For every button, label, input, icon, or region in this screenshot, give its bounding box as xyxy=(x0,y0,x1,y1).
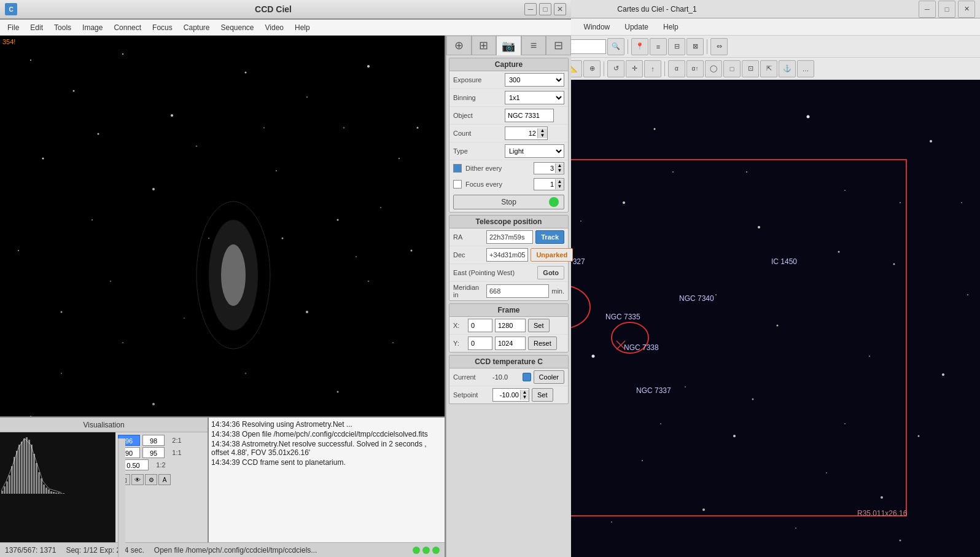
cp-focus-label: Focus every xyxy=(465,181,530,188)
svg-point-103 xyxy=(417,127,419,129)
svg-text:NGC 7338: NGC 7338 xyxy=(624,343,659,352)
cp-frame-set-btn[interactable]: Set xyxy=(528,319,550,332)
sm-tb2-square[interactable]: □ xyxy=(723,60,741,77)
cp-cooler-btn[interactable]: Cooler xyxy=(534,370,564,384)
sm-menu-help[interactable]: Help xyxy=(659,21,682,33)
cp-frame-reset-btn[interactable]: Reset xyxy=(528,337,557,350)
log-scrollbar[interactable] xyxy=(118,438,125,557)
sm-tb2-crosshair[interactable]: ⊕ xyxy=(583,60,601,77)
sm-menu-update[interactable]: Update xyxy=(621,21,652,33)
cp-dither-checkbox[interactable] xyxy=(453,164,462,173)
cp-focus-down[interactable]: ▼ xyxy=(556,184,564,189)
cp-dither-value: 3 xyxy=(534,165,555,172)
sm-tb2-circle2[interactable]: ◯ xyxy=(705,60,722,77)
cp-temp-down[interactable]: ▼ xyxy=(521,395,529,400)
ccd-menu-capture[interactable]: Capture xyxy=(179,22,215,33)
cp-dither-down[interactable]: ▼ xyxy=(556,168,564,173)
sm-tb2-scale[interactable]: ⇱ xyxy=(760,60,777,77)
cp-tab-list[interactable]: ≡ xyxy=(521,36,546,55)
svg-point-30 xyxy=(580,220,581,222)
svg-point-70 xyxy=(30,60,31,61)
cp-type-select[interactable]: Light xyxy=(505,144,564,158)
cp-count-down[interactable]: ▼ xyxy=(538,133,547,138)
sm-tb2-anchor[interactable]: ⚓ xyxy=(779,60,796,77)
vis-ctrl-eye[interactable]: 👁 xyxy=(131,474,144,485)
ccd-menu-sequence[interactable]: Sequence xyxy=(216,22,259,33)
cp-count-spin-btns: ▲ ▼ xyxy=(537,128,547,138)
sm-tb2-alpha[interactable]: α xyxy=(668,60,685,77)
sm-tb-table[interactable]: ⊟ xyxy=(668,38,685,55)
cp-frame-section: Frame X: 0 1280 Set Y: 0 1024 Reset xyxy=(449,303,569,353)
ccd-minimize-btn[interactable]: ─ xyxy=(524,3,537,15)
ccd-menu-tools[interactable]: Tools xyxy=(49,22,76,33)
sm-tb-pin[interactable]: 📍 xyxy=(631,38,648,55)
sm-tb2-more[interactable]: … xyxy=(797,60,814,77)
svg-point-24 xyxy=(826,472,827,473)
svg-point-37 xyxy=(660,423,661,424)
cp-object-input[interactable] xyxy=(505,109,554,122)
ccd-menu-image[interactable]: Image xyxy=(77,22,107,33)
vis-ratio2: 1:1 xyxy=(167,449,187,456)
cp-unparked-btn[interactable]: Unparked xyxy=(531,248,573,262)
ccd-menu-video[interactable]: Video xyxy=(260,22,289,33)
cp-focus-spinner[interactable]: 1 ▲ ▼ xyxy=(534,178,564,190)
ccd-menu-help[interactable]: Help xyxy=(290,22,315,33)
cp-temp-setpoint-spinner[interactable]: -10.00 ▲ ▼ xyxy=(492,388,529,402)
cp-stop-btn[interactable]: Stop xyxy=(453,195,564,209)
cp-frame-y-end: 1024 xyxy=(495,337,526,350)
cp-count-spinner[interactable]: 12 ▲ ▼ xyxy=(505,127,548,140)
status-sequence: Seq: 1/12 Exp: 264 sec. xyxy=(66,546,144,555)
svg-point-74 xyxy=(245,72,247,74)
cp-binning-select[interactable]: 1x1 xyxy=(505,91,564,104)
star-map-maximize[interactable]: □ xyxy=(938,1,955,18)
vis-ratio1: 2:1 xyxy=(167,437,187,444)
sm-tb2-crosshair2[interactable]: ✛ xyxy=(626,60,643,77)
sm-tb2-refresh[interactable]: ↺ xyxy=(607,60,624,77)
sm-tb2-alpha2[interactable]: α↑ xyxy=(686,60,704,77)
svg-point-92 xyxy=(245,373,246,374)
svg-rect-123 xyxy=(36,463,37,494)
svg-point-73 xyxy=(171,114,173,117)
cp-temp-set-btn[interactable]: Set xyxy=(532,388,553,402)
ccd-menu-file[interactable]: File xyxy=(2,22,24,33)
ccd-menu-edit[interactable]: Edit xyxy=(25,22,48,33)
star-map-close[interactable]: ✕ xyxy=(958,1,975,18)
cp-goto-btn[interactable]: Goto xyxy=(537,266,564,279)
svg-point-90 xyxy=(61,373,62,374)
sm-tb-table2[interactable]: ⊠ xyxy=(686,38,704,55)
cp-focus-checkbox[interactable] xyxy=(453,180,462,189)
svg-rect-121 xyxy=(31,445,33,494)
cp-tab-crosshair[interactable]: ⊕ xyxy=(446,36,472,55)
cp-dither-spinner[interactable]: 3 ▲ ▼ xyxy=(534,162,564,174)
sm-menu-window[interactable]: Window xyxy=(580,21,614,33)
cp-tab-camera[interactable]: 📷 xyxy=(496,36,521,55)
sm-tb-search[interactable]: 🔍 xyxy=(607,38,624,55)
svg-point-79 xyxy=(91,219,93,220)
sm-tb2-up[interactable]: ↑ xyxy=(644,60,661,77)
sm-tb-list[interactable]: ≡ xyxy=(650,38,667,55)
cp-count-label: Count xyxy=(453,130,502,137)
ccd-close-btn[interactable]: ✕ xyxy=(554,3,566,15)
ccd-icon: C xyxy=(5,3,17,15)
star-map-minimize[interactable]: ─ xyxy=(919,1,936,18)
cp-exposure-select[interactable]: 300 xyxy=(505,73,564,87)
cp-tab-grid[interactable]: ⊞ xyxy=(472,36,497,55)
ccd-menu-connect[interactable]: Connect xyxy=(109,22,146,33)
status-file: Open file /home/pch/.config/ccdciel/tmp/… xyxy=(154,546,317,555)
cp-stop-indicator xyxy=(549,197,559,207)
ccd-maximize-btn[interactable]: □ xyxy=(539,3,551,15)
vis-ctrl-gear[interactable]: ⚙ xyxy=(145,474,157,485)
cp-frame-x-row: X: 0 1280 Set xyxy=(449,317,568,335)
ccd-menu-focus[interactable]: Focus xyxy=(147,22,177,33)
cp-type-row: Type Light xyxy=(449,142,568,160)
vis-ctrl-auto[interactable]: A xyxy=(158,474,171,485)
cp-tab-list2[interactable]: ⊟ xyxy=(546,36,571,55)
cp-track-btn[interactable]: Track xyxy=(535,230,564,244)
vis-val2: 98 xyxy=(142,435,165,446)
sm-tb-arrows[interactable]: ⇔ xyxy=(710,38,728,55)
sm-tb2-zoom[interactable]: ⊡ xyxy=(742,60,759,77)
ccd-title: CCD Ciel xyxy=(22,4,524,14)
cp-temp-setpoint-value: -10.00 xyxy=(493,391,520,399)
cp-frame-x-end: 1280 xyxy=(495,319,526,332)
cp-capture-title: Capture xyxy=(449,58,568,71)
